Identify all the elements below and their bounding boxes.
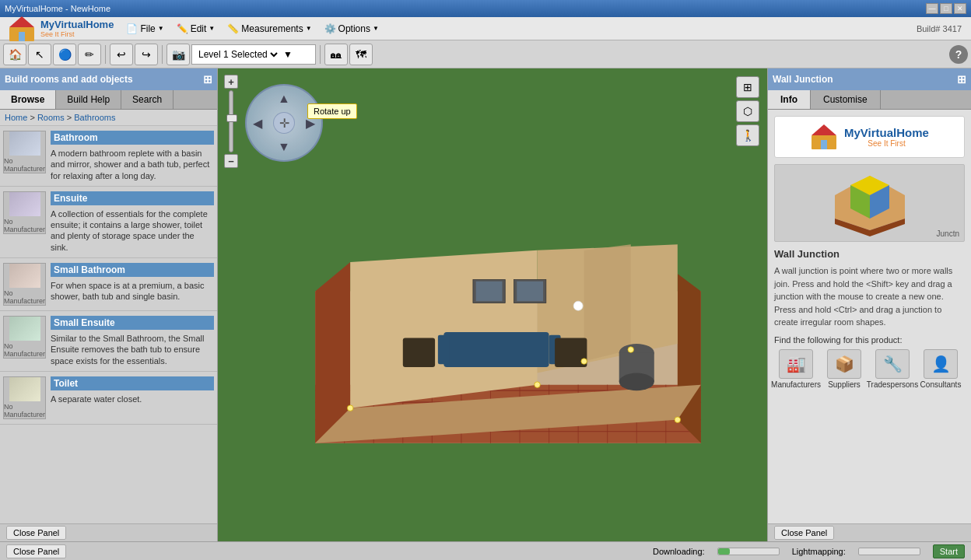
- draw-button[interactable]: 🔵: [53, 44, 76, 65]
- manufacturers-icon: 🏭: [779, 349, 813, 379]
- close-left-panel-button[interactable]: Close Panel: [6, 526, 66, 540]
- rotate-up-button[interactable]: ▲: [278, 92, 290, 106]
- level-arrow-icon: ▼: [283, 49, 293, 60]
- minimize-button[interactable]: —: [926, 3, 938, 14]
- item-desc-small-bathroom: For when space is at a premium, a basic …: [51, 280, 214, 303]
- nav-wheel[interactable]: ▲ ▼ ◀ ▶ ✛: [245, 84, 323, 162]
- level-select[interactable]: Level 1 Selected: [195, 48, 280, 61]
- list-item[interactable]: No Manufacturer Bathroom A modern bathro…: [0, 126, 217, 187]
- zoom-out-button[interactable]: −: [224, 154, 238, 168]
- items-list: No Manufacturer Bathroom A modern bathro…: [0, 126, 217, 523]
- svg-marker-24: [350, 250, 537, 408]
- svg-rect-36: [517, 282, 543, 302]
- file-arrow-icon: ▼: [158, 25, 164, 32]
- app-title: MyVirtualHome - NewHome: [5, 4, 926, 13]
- lightmapping-label: Lightmapping:: [792, 547, 846, 556]
- lightmap-progress: [858, 548, 920, 555]
- svg-rect-29: [438, 335, 450, 365]
- svg-rect-48: [821, 140, 827, 149]
- panel-grid-icon[interactable]: ⊞: [203, 73, 212, 86]
- find-manufacturers-button[interactable]: 🏭 Manufacturers: [774, 349, 818, 389]
- item-title-toilet: Toilet: [51, 376, 214, 390]
- zoom-in-button[interactable]: +: [224, 75, 238, 89]
- junction-preview: Junctn: [774, 164, 965, 242]
- undo-button[interactable]: ↩: [110, 44, 133, 65]
- rotate-right-button[interactable]: ▶: [306, 116, 315, 131]
- view3d-button[interactable]: 🏘: [324, 44, 348, 65]
- junction-preview-label: Junctn: [937, 229, 959, 238]
- file-menu[interactable]: 📄 File ▼: [121, 21, 168, 37]
- toolbar-separator-2: [162, 45, 163, 64]
- edit-arrow-icon: ▼: [209, 25, 215, 32]
- measurements-arrow-icon: ▼: [306, 25, 312, 32]
- zoom-thumb[interactable]: [226, 114, 237, 122]
- consultants-icon: 👤: [924, 349, 958, 379]
- svg-point-42: [675, 417, 681, 423]
- svg-marker-26: [584, 244, 631, 361]
- downloading-label: Downloading:: [653, 547, 705, 556]
- close-panel-status-button[interactable]: Close Panel: [6, 544, 66, 558]
- tab-search[interactable]: Search: [121, 90, 174, 109]
- left-panel-title: Build rooms and add objects: [5, 74, 133, 85]
- measurements-icon: 📏: [227, 23, 239, 34]
- options-arrow-icon: ▼: [373, 25, 379, 32]
- redo-button[interactable]: ↪: [135, 44, 158, 65]
- edit-menu[interactable]: ✏️ Edit ▼: [172, 21, 220, 37]
- zoom-track[interactable]: [229, 90, 233, 152]
- item-title-small-ensuite: Small Ensuite: [51, 316, 214, 330]
- plan-button[interactable]: 🗺: [349, 44, 373, 65]
- pencil-button[interactable]: ✏: [78, 44, 101, 65]
- item-thumb-small-bathroom: No Manufacturer: [3, 263, 46, 306]
- right-panel-grid-icon[interactable]: ⊞: [957, 73, 966, 86]
- view-3d-button[interactable]: ⊞: [736, 76, 759, 98]
- brand-sub: See It First: [844, 139, 929, 148]
- tab-info[interactable]: Info: [768, 90, 811, 109]
- svg-marker-47: [812, 124, 836, 135]
- tab-build-help[interactable]: Build Help: [56, 90, 121, 109]
- camera-button[interactable]: 📷: [167, 44, 190, 65]
- start-button[interactable]: Start: [933, 544, 965, 558]
- help-button[interactable]: ?: [949, 45, 968, 64]
- wheel-center-button[interactable]: ✛: [273, 112, 295, 134]
- breadcrumb-rooms[interactable]: Rooms: [37, 113, 65, 122]
- tradespersons-icon: 🔧: [875, 349, 910, 379]
- svg-rect-34: [476, 282, 503, 302]
- rotate-left-button[interactable]: ◀: [253, 116, 262, 131]
- list-item[interactable]: No Manufacturer Toilet A separate water …: [0, 372, 217, 425]
- tab-browse[interactable]: Browse: [0, 90, 56, 109]
- maximize-button[interactable]: □: [940, 3, 952, 14]
- svg-point-39: [619, 373, 654, 391]
- brand-logo: MyVirtualHome See It First: [774, 116, 965, 158]
- svg-marker-23: [678, 274, 701, 443]
- close-button[interactable]: ✕: [954, 3, 966, 14]
- menubar: MyVirtualHome See It First 📄 File ▼ ✏️ E…: [0, 17, 971, 40]
- options-menu[interactable]: ⚙️ Options ▼: [320, 21, 384, 37]
- find-consultants-button[interactable]: 👤 Consultants: [919, 349, 962, 389]
- breadcrumb-bathrooms[interactable]: Bathrooms: [74, 113, 115, 122]
- right-panel-icons: ⊞: [957, 73, 966, 86]
- list-item[interactable]: No Manufacturer Small Ensuite Similar to…: [0, 311, 217, 372]
- find-tradespersons-button[interactable]: 🔧 Tradespersons: [871, 349, 914, 389]
- list-item[interactable]: No Manufacturer Small Bathroom For when …: [0, 258, 217, 311]
- edit-icon: ✏️: [177, 23, 188, 34]
- breadcrumb-home[interactable]: Home: [5, 113, 27, 122]
- svg-marker-1: [9, 16, 34, 27]
- canvas-area[interactable]: + − ▲ ▼ ◀ ▶ ✛ Rotate up ⊞ ⬡ 🚶: [218, 68, 767, 541]
- svg-rect-31: [403, 338, 435, 368]
- right-content: MyVirtualHome See It First: [768, 110, 971, 523]
- file-icon: 📄: [126, 23, 138, 34]
- find-suppliers-button[interactable]: 📦 Suppliers: [822, 349, 866, 389]
- item-desc-small-ensuite: Similar to the Small Bathroom, the Small…: [51, 333, 214, 366]
- svg-point-41: [535, 382, 541, 388]
- wheel-circle[interactable]: ▲ ▼ ◀ ▶ ✛: [245, 84, 323, 162]
- tab-customise[interactable]: Customise: [811, 90, 881, 109]
- measurements-menu[interactable]: 📏 Measurements ▼: [223, 21, 316, 37]
- level-selector[interactable]: Level 1 Selected ▼: [191, 44, 316, 65]
- room-3d-view[interactable]: [257, 115, 759, 526]
- select-button[interactable]: ↖: [28, 44, 51, 65]
- rotate-down-button[interactable]: ▼: [278, 140, 290, 154]
- home-button[interactable]: 🏠: [3, 44, 26, 65]
- list-item[interactable]: No Manufacturer Ensuite A collection of …: [0, 187, 217, 258]
- close-right-panel-button[interactable]: Close Panel: [774, 526, 834, 540]
- main-layout: Build rooms and add objects ⊞ Browse Bui…: [0, 68, 971, 541]
